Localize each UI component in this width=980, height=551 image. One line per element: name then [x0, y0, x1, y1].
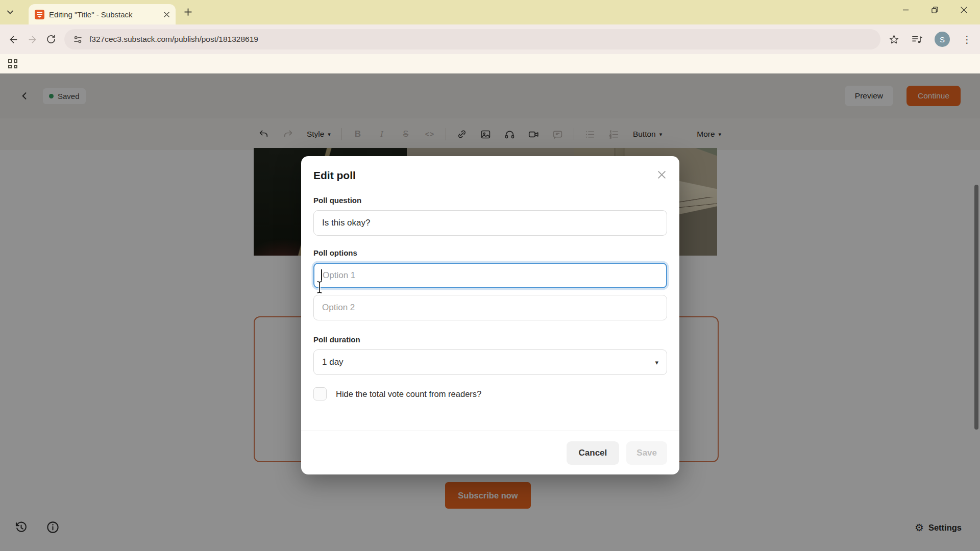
text-caret: [321, 269, 322, 282]
window-minimize-icon[interactable]: [902, 6, 910, 14]
select-caret-icon: ▾: [655, 359, 658, 366]
poll-option-2-input[interactable]: [313, 295, 667, 320]
bookmarks-bar: [0, 54, 980, 73]
tab-strip: Editing "Title" - Substack: [0, 0, 980, 24]
bookmark-star-icon[interactable]: [889, 34, 899, 45]
new-tab-button[interactable]: [184, 8, 192, 16]
edit-poll-modal: Edit poll Poll question Poll options Pol…: [301, 156, 679, 474]
window-close-icon[interactable]: [960, 6, 968, 14]
forward-icon[interactable]: [27, 34, 38, 45]
cancel-button[interactable]: Cancel: [567, 441, 620, 465]
poll-duration-select[interactable]: 1 day ▾: [313, 349, 667, 375]
window-maximize-icon[interactable]: [931, 6, 939, 14]
poll-options-label: Poll options: [313, 248, 667, 257]
tab-title: Editing "Title" - Substack: [49, 10, 158, 19]
poll-option-1-input[interactable]: [313, 263, 667, 288]
apps-grid-icon[interactable]: [8, 59, 17, 68]
substack-favicon-icon: [35, 10, 44, 19]
profile-avatar[interactable]: S: [935, 32, 950, 47]
url-text: f327cec3.substack.com/publish/post/18132…: [89, 35, 258, 44]
window-controls: [902, 6, 968, 14]
modal-close-icon[interactable]: [656, 169, 667, 180]
browser-tab[interactable]: Editing "Title" - Substack: [29, 4, 176, 24]
address-bar[interactable]: f327cec3.substack.com/publish/post/18132…: [64, 29, 880, 49]
tab-search-chevron-icon[interactable]: [6, 8, 14, 16]
tab-close-icon[interactable]: [163, 11, 170, 18]
substack-editor-page: Saved Preview Continue Style▾ B I S <>: [0, 73, 980, 551]
hide-vote-count-label: Hide the total vote count from readers?: [336, 389, 481, 399]
save-button[interactable]: Save: [626, 441, 667, 465]
hide-vote-count-checkbox[interactable]: [313, 387, 327, 400]
modal-title: Edit poll: [313, 169, 356, 182]
reload-icon[interactable]: [46, 34, 56, 44]
browser-menu-icon[interactable]: ⋮: [962, 34, 972, 45]
poll-question-input[interactable]: [313, 210, 667, 236]
media-controls-icon[interactable]: [912, 34, 922, 45]
back-icon[interactable]: [8, 34, 19, 45]
poll-question-label: Poll question: [313, 196, 667, 205]
browser-navbar: f327cec3.substack.com/publish/post/18132…: [0, 24, 980, 54]
poll-duration-label: Poll duration: [313, 335, 667, 344]
browser-window: Editing "Title" - Substack: [0, 0, 980, 551]
site-info-icon[interactable]: [74, 35, 82, 44]
